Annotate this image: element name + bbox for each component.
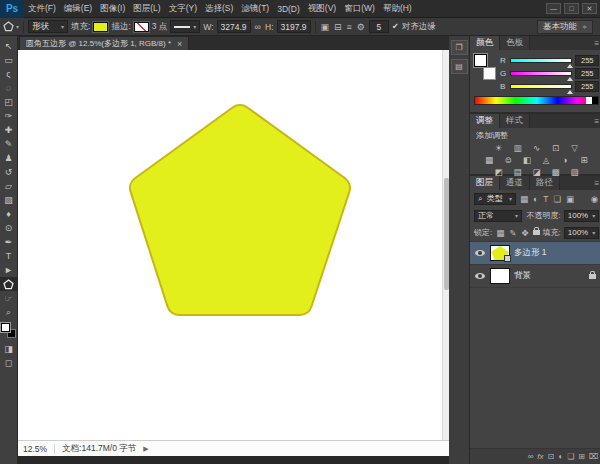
document-tab[interactable]: 圆角五边形 @ 12.5%(多边形 1, RGB/8) * × xyxy=(19,36,189,50)
adjustment-layer-filter-icon[interactable]: ◐ xyxy=(532,194,539,204)
menu-file[interactable]: 文件(F) xyxy=(24,3,60,15)
shape-layer-filter-icon[interactable]: ❏ xyxy=(552,194,562,204)
history-panel-icon[interactable]: ❐ xyxy=(451,40,468,55)
gear-icon[interactable]: ⚙ xyxy=(356,22,366,32)
brush-tool[interactable]: ✎ xyxy=(0,137,17,151)
healing-brush-tool[interactable]: ✚ xyxy=(0,123,17,137)
stroke-width-value[interactable]: 3 点 xyxy=(152,21,168,33)
background-color-swatch[interactable] xyxy=(483,67,496,80)
add-mask-icon[interactable]: ⊡ xyxy=(548,452,555,461)
document-canvas[interactable] xyxy=(18,50,449,440)
shape-tool[interactable] xyxy=(0,277,17,291)
menu-view[interactable]: 视图(V) xyxy=(304,3,340,15)
dodge-tool[interactable]: ⊙ xyxy=(0,221,17,235)
exposure-icon[interactable]: ⊡ xyxy=(548,143,563,154)
tab-channels[interactable]: 通道 xyxy=(500,176,530,190)
menu-layer[interactable]: 图层(L) xyxy=(129,3,164,15)
pentagon-shape[interactable] xyxy=(18,50,449,440)
lock-transparency-icon[interactable]: ▦ xyxy=(495,228,505,238)
quick-mask-button[interactable]: ◨ xyxy=(0,342,17,356)
lock-position-icon[interactable]: ✥ xyxy=(520,228,529,238)
status-flyout-icon[interactable]: ▶ xyxy=(143,445,148,453)
opacity-field[interactable]: 100% ▾ xyxy=(564,210,599,222)
menu-image[interactable]: 图像(I) xyxy=(96,3,129,15)
minimize-button[interactable]: — xyxy=(546,3,561,14)
visibility-eye-icon[interactable] xyxy=(473,247,486,260)
foreground-color-swatch[interactable] xyxy=(1,323,10,332)
stroke-color-swatch[interactable] xyxy=(134,22,149,32)
blue-value-field[interactable]: 255 xyxy=(575,81,599,92)
maximize-button[interactable]: □ xyxy=(564,3,579,14)
fill-color-swatch[interactable] xyxy=(93,22,108,32)
visibility-eye-icon[interactable] xyxy=(473,270,486,283)
type-layer-filter-icon[interactable]: T xyxy=(542,194,549,204)
gradient-tool[interactable]: ▧ xyxy=(0,193,17,207)
color-lookup-icon[interactable]: ⊞ xyxy=(577,155,592,166)
red-slider[interactable] xyxy=(510,58,572,63)
hand-tool[interactable]: ☞ xyxy=(0,291,17,305)
new-layer-icon[interactable]: ⊞ xyxy=(578,452,585,461)
panel-menu-icon[interactable]: ≡ xyxy=(595,179,600,188)
smart-object-filter-icon[interactable]: ▣ xyxy=(565,194,575,204)
layer-name[interactable]: 背景 xyxy=(514,270,531,282)
layer-thumbnail[interactable] xyxy=(490,268,510,284)
black-white-icon[interactable]: ◧ xyxy=(520,155,535,166)
path-selection-tool[interactable]: ► xyxy=(0,263,17,277)
stroke-style-dropdown[interactable]: ▾ xyxy=(170,20,200,33)
height-field[interactable]: 3197.9 xyxy=(277,20,311,33)
tab-styles[interactable]: 样式 xyxy=(500,114,530,128)
foreground-background-swatches[interactable] xyxy=(1,323,16,338)
red-value-field[interactable]: 255 xyxy=(575,55,599,66)
filter-type-dropdown[interactable]: ⌕ 类型 ▾ xyxy=(474,193,516,205)
color-panel-swatches[interactable] xyxy=(474,54,496,80)
history-brush-tool[interactable]: ↺ xyxy=(0,165,17,179)
menu-window[interactable]: 窗口(W) xyxy=(340,3,379,15)
blur-tool[interactable]: ♦ xyxy=(0,207,17,221)
width-field[interactable]: 3274.9 xyxy=(217,20,251,33)
hue-saturation-icon[interactable]: ▦ xyxy=(482,155,497,166)
clone-stamp-tool[interactable]: ♟ xyxy=(0,151,17,165)
tab-paths[interactable]: 路径 xyxy=(530,176,560,190)
curves-icon[interactable]: ∿ xyxy=(529,143,544,154)
color-spectrum-ramp[interactable] xyxy=(474,96,599,105)
layer-row-polygon[interactable]: 多边形 1 xyxy=(470,242,600,265)
menu-3d[interactable]: 3D(D) xyxy=(273,4,304,14)
tab-color[interactable]: 颜色 xyxy=(470,36,500,50)
zoom-tool[interactable]: ⌕ xyxy=(0,305,17,319)
black-ramp-end[interactable] xyxy=(592,97,598,104)
layer-name[interactable]: 多边形 1 xyxy=(514,247,547,259)
lock-all-icon[interactable] xyxy=(533,230,540,235)
align-edges-checkbox[interactable]: ✔ xyxy=(392,22,399,31)
link-dimensions-icon[interactable]: ∞ xyxy=(254,22,262,32)
screen-mode-button[interactable]: ◻ xyxy=(0,356,17,370)
fill-field[interactable]: 100% ▾ xyxy=(564,227,599,239)
green-slider[interactable] xyxy=(510,71,572,76)
tool-mode-dropdown[interactable]: 形状 ▾ xyxy=(28,20,68,33)
workspace-switcher[interactable]: 基本功能 ≑ xyxy=(537,20,593,34)
properties-panel-icon[interactable]: ▤ xyxy=(451,59,468,74)
move-tool[interactable]: ↖ xyxy=(0,39,17,53)
polygon-sides-field[interactable]: 5 xyxy=(369,20,389,33)
zoom-level-field[interactable]: 12.5% xyxy=(23,444,47,454)
panel-menu-icon[interactable]: ≡ xyxy=(595,117,600,126)
menu-filter[interactable]: 滤镜(T) xyxy=(237,3,273,15)
menu-help[interactable]: 帮助(H) xyxy=(379,3,416,15)
eraser-tool[interactable]: ▱ xyxy=(0,179,17,193)
path-arrangement-icon[interactable]: ≡ xyxy=(346,22,353,32)
vertical-scrollbar[interactable] xyxy=(442,50,449,440)
marquee-tool[interactable]: ▭ xyxy=(0,53,17,67)
close-button[interactable]: ✕ xyxy=(582,3,597,14)
new-group-icon[interactable]: ❏ xyxy=(567,452,574,461)
foreground-color-swatch[interactable] xyxy=(474,54,487,67)
tab-layers[interactable]: 图层 xyxy=(470,176,500,190)
panel-menu-icon[interactable]: ≡ xyxy=(595,39,600,48)
link-layers-icon[interactable]: ∞ xyxy=(528,452,534,461)
lasso-tool[interactable]: ς xyxy=(0,67,17,81)
tab-swatches[interactable]: 色板 xyxy=(500,36,530,50)
vibrance-icon[interactable]: ▽ xyxy=(567,143,582,154)
path-operations-icon[interactable]: ▣ xyxy=(320,22,331,32)
delete-layer-icon[interactable]: ⌧ xyxy=(589,452,598,461)
levels-icon[interactable]: ▥ xyxy=(510,143,525,154)
menu-select[interactable]: 选择(S) xyxy=(201,3,237,15)
brightness-contrast-icon[interactable]: ☀ xyxy=(491,143,506,154)
